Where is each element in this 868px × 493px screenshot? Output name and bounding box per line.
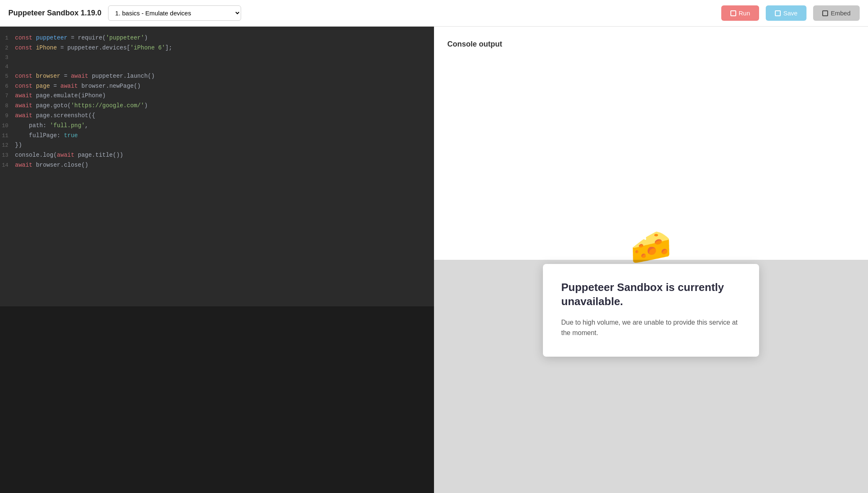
main-layout: 1const puppeteer = require('puppeteer')2…	[0, 27, 868, 493]
line-number: 14	[0, 161, 15, 170]
modal-body: Due to high volume, we are unable to pro…	[561, 317, 741, 338]
table-row: 5const browser = await puppeteer.launch(…	[0, 71, 434, 81]
example-dropdown[interactable]: 1. basics - Emulate devices	[108, 5, 241, 21]
app-header: Puppeteer Sandbox 1.19.0 1. basics - Emu…	[0, 0, 868, 27]
line-number: 11	[0, 131, 15, 141]
line-number: 13	[0, 151, 15, 160]
code-lines: 1const puppeteer = require('puppeteer')2…	[0, 27, 434, 177]
save-button[interactable]: Save	[766, 5, 806, 21]
line-number: 4	[0, 62, 15, 71]
unavailable-modal-overlay: Puppeteer Sandbox is currently unavailab…	[434, 260, 868, 493]
table-row: 7await page.emulate(iPhone)	[0, 91, 434, 101]
line-number: 5	[0, 72, 15, 81]
line-content: })	[15, 141, 22, 150]
table-row: 9await page.screenshot({	[0, 111, 434, 121]
right-panel: Console output 🧀 Nothing here yet Pick o…	[434, 27, 868, 493]
code-editor[interactable]: 1const puppeteer = require('puppeteer')2…	[0, 27, 434, 493]
run-icon	[730, 10, 736, 16]
line-content: await page.goto('https://google.com/')	[15, 101, 148, 111]
line-number: 8	[0, 101, 15, 111]
line-number: 6	[0, 82, 15, 91]
line-content: path: 'full.png',	[15, 121, 88, 131]
line-content: await browser.close()	[15, 160, 88, 170]
embed-button[interactable]: Embed	[813, 5, 860, 21]
line-number: 3	[0, 53, 15, 62]
table-row: 10 path: 'full.png',	[0, 121, 434, 131]
table-row: 11 fullPage: true	[0, 131, 434, 141]
table-row: 8await page.goto('https://google.com/')	[0, 101, 434, 111]
line-content: const puppeteer = require('puppeteer')	[15, 33, 148, 43]
console-title: Console output	[447, 40, 502, 49]
run-button[interactable]: Run	[721, 5, 760, 21]
line-number: 1	[0, 34, 15, 43]
unavailable-modal: Puppeteer Sandbox is currently unavailab…	[543, 264, 759, 357]
app-title: Puppeteer Sandbox 1.19.0	[8, 9, 101, 17]
line-content: await page.screenshot({	[15, 111, 95, 121]
table-row: 14await browser.close()	[0, 160, 434, 170]
line-number: 12	[0, 141, 15, 150]
line-content: fullPage: true	[15, 131, 78, 141]
editor-dim-overlay	[0, 306, 434, 493]
line-content: const iPhone = puppeteer.devices['iPhone…	[15, 43, 172, 53]
embed-icon	[822, 10, 828, 16]
line-content: console.log(await page.title())	[15, 150, 123, 160]
table-row: 6const page = await browser.newPage()	[0, 81, 434, 91]
table-row: 13console.log(await page.title())	[0, 150, 434, 160]
modal-title: Puppeteer Sandbox is currently unavailab…	[561, 281, 741, 309]
line-content: const page = await browser.newPage()	[15, 81, 141, 91]
table-row: 3	[0, 53, 434, 62]
table-row: 12})	[0, 141, 434, 150]
save-icon	[775, 10, 781, 16]
line-number: 2	[0, 44, 15, 53]
line-content: const browser = await puppeteer.launch()	[15, 71, 155, 81]
cheese-icon: 🧀	[630, 230, 672, 264]
line-number: 7	[0, 91, 15, 101]
table-row: 2const iPhone = puppeteer.devices['iPhon…	[0, 43, 434, 53]
table-row: 1const puppeteer = require('puppeteer')	[0, 33, 434, 43]
line-content: await page.emulate(iPhone)	[15, 91, 106, 101]
line-number: 10	[0, 121, 15, 131]
table-row: 4	[0, 62, 434, 71]
line-number: 9	[0, 111, 15, 121]
